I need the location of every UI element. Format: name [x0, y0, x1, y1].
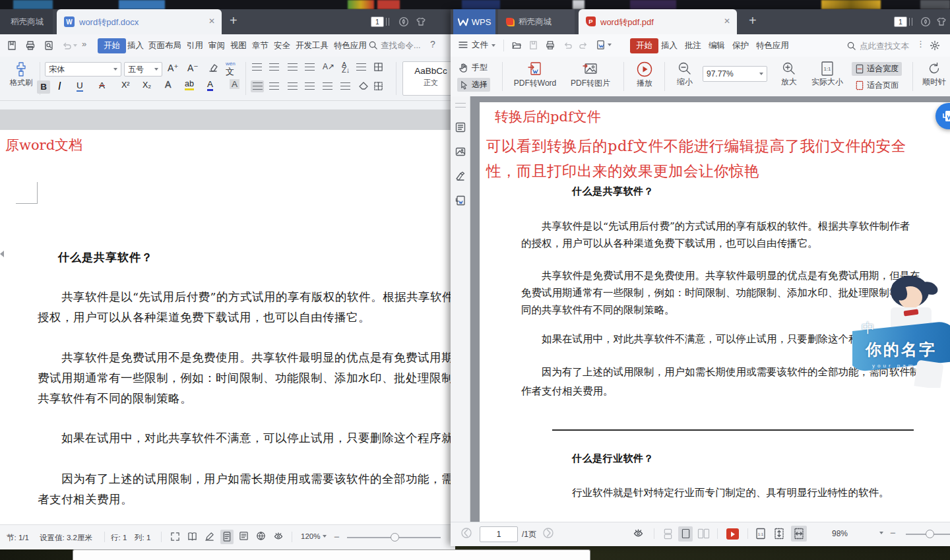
gear-icon[interactable]	[930, 40, 940, 51]
subscript-button[interactable]: X₂	[142, 80, 151, 90]
char-shading-button[interactable]: A	[230, 79, 239, 89]
rotate-clockwise-button[interactable]: 顺时针	[918, 61, 950, 88]
borders-icon[interactable]	[373, 81, 383, 91]
grow-font-button[interactable]: A⁺	[168, 63, 179, 73]
font-color-button[interactable]: A	[207, 79, 213, 91]
fit-width-icon[interactable]	[791, 526, 807, 542]
play-button[interactable]: 播放	[630, 61, 659, 89]
search-command-label[interactable]: 查找命令...	[381, 40, 420, 51]
tab-word-pdf[interactable]: P word转pdf.pdf ✕	[579, 9, 737, 34]
facing-pages-view-icon[interactable]	[697, 528, 710, 539]
single-page-view-icon[interactable]	[678, 526, 693, 542]
bullets-icon[interactable]	[252, 63, 262, 71]
undo-icon[interactable]	[61, 40, 77, 51]
paragraph-shading-icon[interactable]	[358, 81, 369, 90]
zoom-out-button[interactable]: −	[890, 527, 896, 538]
menu-special-features[interactable]: 特色应用	[329, 38, 371, 53]
text-direction-icon[interactable]: A↗	[323, 62, 334, 71]
tab-close-icon[interactable]: ✕	[724, 16, 730, 26]
member-center-icon[interactable]	[398, 16, 409, 27]
zoom-level-value[interactable]: 98%	[832, 529, 848, 538]
file-menu[interactable]: 文件	[472, 40, 495, 51]
outline-panel-icon[interactable]	[455, 122, 466, 133]
new-tab-button[interactable]: +	[230, 13, 238, 28]
numbering-icon[interactable]	[269, 63, 279, 71]
wps-home-button[interactable]: WPS	[453, 9, 495, 34]
ink-pen-icon[interactable]	[205, 532, 214, 542]
page-view-icon[interactable]	[220, 530, 234, 544]
menu-home[interactable]: 开始	[98, 38, 126, 53]
hand-tool-button[interactable]: 手型	[459, 62, 488, 73]
tab-docer-mall[interactable]: 稻壳商城	[0, 9, 53, 34]
show-marks-icon[interactable]	[356, 63, 366, 71]
search-text-label[interactable]: 点此查找文本	[860, 41, 909, 52]
export-to-word-icon[interactable]	[596, 40, 612, 50]
menu-special-features[interactable]: 特色应用	[751, 38, 794, 53]
book-view-icon[interactable]	[187, 532, 197, 542]
menu-home[interactable]: 开始	[630, 38, 658, 53]
menu-insert[interactable]: 插入	[656, 38, 682, 53]
to-word-panel-icon[interactable]	[455, 195, 466, 206]
save-icon[interactable]	[7, 40, 17, 51]
prev-page-icon[interactable]	[461, 528, 472, 538]
tab-word-docx[interactable]: W word转pdf.docx ✕	[57, 9, 222, 34]
writer-page[interactable]: 原word文档 什么是共享软件？ 共享软件是以“先试用后付费”的方式试用的享有版…	[0, 130, 451, 534]
chevron-down-icon[interactable]	[879, 532, 883, 534]
undo-icon[interactable]	[563, 40, 573, 50]
page-number-input[interactable]	[480, 526, 518, 542]
format-painter-button[interactable]: 格式刷	[5, 61, 37, 88]
superscript-button[interactable]: X²	[121, 80, 130, 90]
redo-icon[interactable]	[579, 40, 588, 50]
font-size-select[interactable]: 五号	[124, 62, 162, 77]
search-icon[interactable]	[846, 41, 856, 51]
decrease-indent-icon[interactable]	[288, 63, 298, 71]
tab-docer-mall[interactable]: 稻壳商城	[498, 9, 575, 34]
font-name-select[interactable]: 宋体	[45, 62, 121, 77]
highlight-color-button[interactable]: ab	[185, 79, 194, 90]
align-left-icon[interactable]	[251, 80, 264, 92]
print-icon[interactable]	[25, 40, 36, 51]
slideshow-play-button[interactable]	[726, 528, 739, 540]
member-center-icon[interactable]	[920, 16, 931, 27]
fit-width-button[interactable]: 适合宽度	[852, 62, 902, 76]
italic-button[interactable]: I	[58, 80, 61, 92]
images-panel-icon[interactable]	[455, 146, 466, 157]
align-center-icon[interactable]	[269, 82, 279, 90]
fit-page-button[interactable]: 适合页面	[852, 78, 902, 92]
select-tool-button[interactable]: 选择	[457, 78, 490, 92]
pdf-to-image-button[interactable]: PDF转图片	[564, 61, 617, 89]
help-icon[interactable]: ?	[430, 39, 435, 49]
outline-view-icon[interactable]	[239, 531, 249, 541]
menu-page-layout[interactable]: 页面布局	[144, 38, 186, 53]
line-spacing-icon[interactable]	[340, 82, 350, 90]
insert-table-icon[interactable]	[373, 62, 383, 72]
shrink-font-button[interactable]: A⁻	[187, 63, 199, 73]
justify-icon[interactable]	[305, 82, 315, 90]
eye-protect-icon[interactable]	[273, 531, 284, 541]
menu-comment[interactable]: 批注	[680, 38, 706, 53]
zoom-level-select[interactable]: 120%	[301, 532, 327, 540]
menu-protect[interactable]: 保护	[728, 38, 753, 53]
fullscreen-icon[interactable]	[170, 532, 180, 542]
zoom-percent-select[interactable]: 97.77%	[703, 66, 767, 82]
pinyin-guide-button[interactable]: wén 文	[226, 62, 236, 78]
background-window-edge[interactable]	[73, 549, 590, 560]
save-icon[interactable]	[528, 40, 538, 50]
zoom-out-button[interactable]: −	[334, 531, 340, 542]
text-effects-button[interactable]: A	[165, 79, 171, 90]
skin-theme-icon[interactable]	[416, 16, 426, 27]
menu-edit[interactable]: 编辑	[704, 38, 730, 53]
continuous-view-icon[interactable]	[663, 528, 673, 540]
writer-document-area[interactable]: 原word文档 什么是共享软件？ 共享软件是以“先试用后付费”的方式试用的享有版…	[0, 109, 455, 534]
eye-protect-icon[interactable]	[633, 528, 644, 538]
actual-size-icon[interactable]: 1:1	[755, 528, 766, 540]
sort-icon[interactable]: AZ↓	[342, 62, 350, 73]
open-file-icon[interactable]	[511, 40, 522, 50]
panel-drag-handle[interactable]	[455, 103, 466, 108]
zoom-slider-knob[interactable]	[391, 533, 399, 542]
print-preview-icon[interactable]	[44, 40, 54, 51]
outline-collapse-arrow[interactable]	[0, 251, 4, 257]
window-count-badge[interactable]: 1	[894, 16, 907, 27]
next-page-icon[interactable]	[543, 528, 554, 538]
increase-indent-icon[interactable]	[305, 63, 315, 71]
